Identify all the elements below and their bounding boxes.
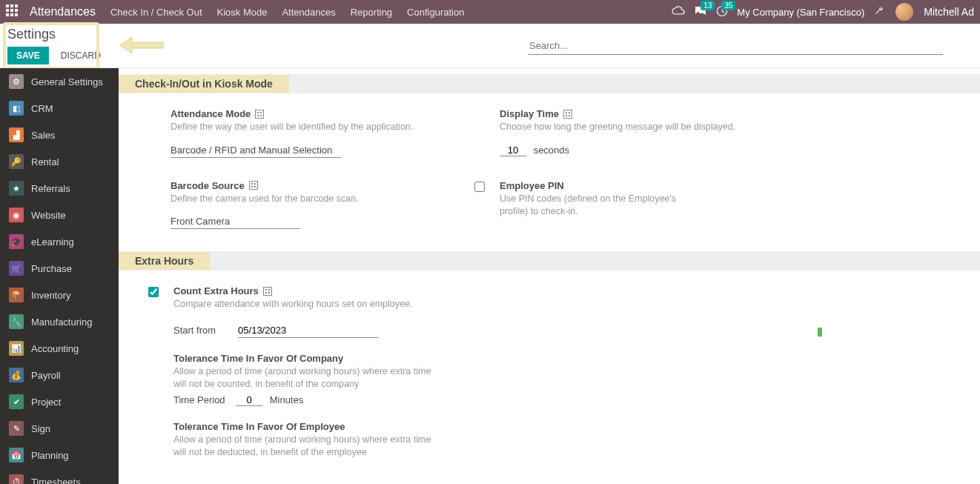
- count-extra-checkbox[interactable]: [148, 287, 159, 297]
- sidebar-item-project[interactable]: ✔Project: [0, 388, 119, 415]
- activities-badge: 35: [721, 1, 735, 10]
- nav-links: Check In / Check Out Kiosk Mode Attendan…: [110, 7, 464, 18]
- display-time-label: Display Time: [500, 108, 572, 119]
- user-name[interactable]: Mitchell Ad: [924, 6, 974, 18]
- sidebar-item-label: Website: [31, 210, 66, 221]
- sidebar-item-label: Timesheets: [31, 477, 81, 485]
- start-from-label: Start from: [173, 325, 216, 336]
- debug-icon[interactable]: [873, 4, 887, 20]
- nav-configuration[interactable]: Configuration: [407, 7, 464, 18]
- sidebar-item-website[interactable]: ◉Website: [0, 202, 119, 228]
- inventory-icon: 📦: [9, 288, 24, 302]
- nav-kiosk[interactable]: Kiosk Mode: [217, 7, 268, 18]
- sidebar-item-manufacturing[interactable]: 🔧Manufacturing: [0, 308, 119, 335]
- count-extra-help: Compare attendance with working hours se…: [173, 298, 618, 311]
- sidebar-item-label: Referrals: [31, 183, 70, 194]
- cloud-icon[interactable]: [672, 6, 685, 19]
- sidebar-item-rental[interactable]: 🔑Rental: [0, 148, 119, 175]
- sidebar-item-label: Sign: [31, 423, 50, 434]
- sidebar-item-label: Purchase: [31, 263, 72, 274]
- sidebar-item-label: Rental: [31, 156, 59, 168]
- section-title: Check-In/Out in Kiosk Mode: [119, 75, 289, 93]
- save-button[interactable]: SAVE: [7, 47, 49, 64]
- employee-pin-checkbox[interactable]: [474, 182, 485, 192]
- sidebar-item-accounting[interactable]: 📊Accounting: [0, 335, 119, 362]
- employee-pin-label: Employee PIN: [500, 180, 564, 191]
- discard-button[interactable]: DISCARD: [53, 47, 108, 64]
- tolerance-company-input[interactable]: [236, 394, 262, 406]
- sidebar-item-label: CRM: [31, 103, 53, 114]
- nav-reporting[interactable]: Reporting: [351, 7, 392, 18]
- building-icon: [255, 110, 264, 119]
- sidebar-item-crm[interactable]: ◧CRM: [0, 95, 119, 122]
- sidebar-item-payroll[interactable]: 💰Payroll: [0, 362, 119, 388]
- tolerance-company-label: Tolerance Time In Favor Of Company: [173, 353, 343, 364]
- nav-checkin[interactable]: Check In / Check Out: [110, 7, 202, 18]
- barcode-source-label: Barcode Source: [170, 180, 258, 191]
- sidebar-item-planning[interactable]: 📅Planning: [0, 442, 119, 468]
- planning-icon: 📅: [9, 448, 24, 463]
- top-nav: Attendances Check In / Check Out Kiosk M…: [0, 0, 980, 24]
- app-brand[interactable]: Attendances: [30, 5, 96, 19]
- attendance-mode-select[interactable]: Barcode / RFID and Manual Selection: [170, 143, 341, 158]
- display-time-help: Choose how long the greeting message wil…: [500, 121, 735, 134]
- sidebar-item-label: Manufacturing: [31, 316, 92, 328]
- sidebar-item-general[interactable]: ⚙General Settings: [0, 68, 119, 95]
- attendance-mode-label: Attendance Mode: [170, 108, 264, 119]
- sidebar-item-label: General Settings: [31, 76, 103, 87]
- search-input[interactable]: [528, 37, 943, 55]
- sidebar-item-timesheets[interactable]: ⏱Timesheets: [0, 468, 119, 484]
- barcode-source-help: Define the camera used for the barcode s…: [170, 193, 423, 206]
- sidebar-item-sales[interactable]: ▟Sales: [0, 122, 119, 148]
- project-icon: ✔: [9, 394, 24, 409]
- tolerance-company-unit: Minutes: [270, 394, 304, 405]
- settings-content: Check-In/Out in Kiosk Mode Attendance Mo…: [119, 68, 980, 484]
- purchase-icon: 🛒: [9, 261, 24, 276]
- activities-icon[interactable]: 35: [716, 5, 728, 19]
- sidebar-item-elearning[interactable]: 🎓eLearning: [0, 228, 119, 255]
- discuss-icon[interactable]: 13: [694, 5, 707, 19]
- referrals-icon: ★: [9, 181, 24, 196]
- barcode-source-select[interactable]: Front Camera: [170, 214, 300, 229]
- building-icon: [263, 287, 272, 296]
- tolerance-employee-label: Tolerance Time In Favor Of Employee: [173, 421, 345, 432]
- accounting-icon: 📊: [9, 341, 24, 356]
- payroll-icon: 💰: [9, 368, 24, 382]
- rental-icon: 🔑: [9, 154, 24, 169]
- sidebar-item-label: Project: [31, 397, 61, 408]
- attendance-mode-help: Define the way the user will be identifi…: [170, 121, 423, 134]
- nav-attendances[interactable]: Attendances: [282, 7, 335, 18]
- timesheets-icon: ⏱: [9, 474, 24, 484]
- sidebar-item-purchase[interactable]: 🛒Purchase: [0, 255, 119, 282]
- start-from-input[interactable]: [238, 323, 379, 338]
- section-title: Extra Hours: [119, 252, 210, 270]
- sidebar-item-label: eLearning: [31, 236, 74, 248]
- tolerance-company-help: Allow a period of time (around working h…: [173, 365, 440, 391]
- sidebar-item-referrals[interactable]: ★Referrals: [0, 175, 119, 202]
- sidebar-item-sign[interactable]: ✎Sign: [0, 415, 119, 442]
- section-kiosk: Check-In/Out in Kiosk Mode: [119, 74, 980, 93]
- section-extra-hours: Extra Hours: [119, 251, 980, 271]
- gear-icon: ⚙: [9, 74, 24, 89]
- tolerance-employee-help: Allow a period of time (around working h…: [173, 434, 440, 460]
- apps-icon[interactable]: [6, 4, 21, 19]
- sidebar-item-label: Inventory: [31, 290, 70, 301]
- building-icon: [563, 110, 572, 119]
- sidebar-item-label: Payroll: [31, 370, 61, 381]
- crm-icon: ◧: [9, 101, 24, 116]
- nav-right: 13 35 My Company (San Francisco) Mitchel…: [672, 3, 974, 21]
- discuss-badge: 13: [701, 1, 715, 10]
- count-extra-label: Count Extra Hours: [173, 285, 272, 296]
- sidebar-item-label: Accounting: [31, 343, 79, 354]
- sign-icon: ✎: [9, 421, 24, 436]
- sidebar-item-label: Sales: [31, 130, 56, 141]
- sidebar-item-inventory[interactable]: 📦Inventory: [0, 282, 119, 308]
- display-time-unit: seconds: [534, 145, 569, 156]
- sidebar-item-label: Planning: [31, 450, 69, 461]
- display-time-input[interactable]: [500, 145, 526, 156]
- settings-sidebar[interactable]: ⚙General Settings ◧CRM ▟Sales 🔑Rental ★R…: [0, 68, 119, 484]
- avatar[interactable]: [895, 3, 913, 21]
- company-switcher[interactable]: My Company (San Francisco): [737, 7, 864, 18]
- elearning-icon: 🎓: [9, 234, 24, 249]
- sales-icon: ▟: [9, 127, 24, 142]
